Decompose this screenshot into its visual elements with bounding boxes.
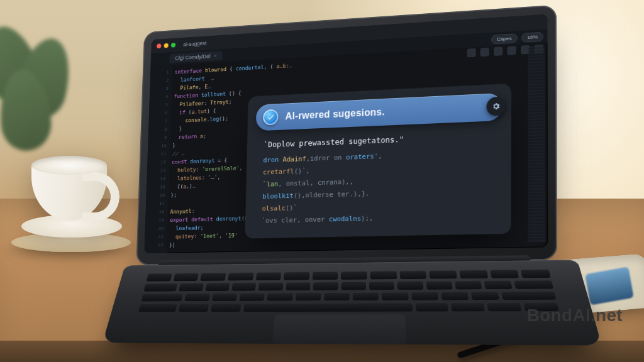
popup-title: Al-rwered sugesions. [285, 107, 385, 121]
minimap[interactable] [528, 45, 545, 242]
status-pill-2[interactable]: 16% [521, 32, 543, 43]
zoom-dot[interactable] [171, 43, 175, 48]
traffic-lights[interactable] [157, 43, 175, 48]
plant [0, 19, 94, 157]
gear-icon[interactable] [486, 97, 506, 116]
check-badge-icon [263, 109, 279, 126]
minimize-dot[interactable] [164, 43, 169, 48]
popup-body: `Doplow prewassted sugetatons." dron Ada… [245, 128, 511, 228]
ai-suggestion-popup[interactable]: Al-rwered sugesions. `Doplow prewassted … [245, 84, 511, 238]
keyboard[interactable] [138, 270, 559, 312]
status-pill-1[interactable]: Capes [491, 33, 518, 44]
popup-header: Al-rwered sugesions. [256, 93, 502, 131]
coffee-cup [25, 161, 119, 230]
tab-label: Clg/ Comdy/Del [175, 53, 210, 62]
close-icon[interactable]: × [214, 53, 217, 59]
scene-photo: ai-suggest Clg/ Comdy/Del × Capes 16% [0, 0, 644, 362]
laptop-lid: ai-suggest Clg/ Comdy/Del × Capes 16% [136, 5, 557, 266]
project-name: ai-suggest [183, 40, 206, 48]
close-dot[interactable] [157, 43, 161, 48]
laptop-screen: ai-suggest Clg/ Comdy/Del × Capes 16% [144, 14, 548, 253]
trackpad[interactable] [272, 314, 407, 344]
watermark: BondAI.net [527, 307, 623, 324]
laptop-base [103, 260, 602, 345]
laptop: ai-suggest Clg/ Comdy/Del × Capes 16% [133, 5, 558, 353]
tab-active[interactable]: Clg/ Comdy/Del × [169, 51, 222, 63]
